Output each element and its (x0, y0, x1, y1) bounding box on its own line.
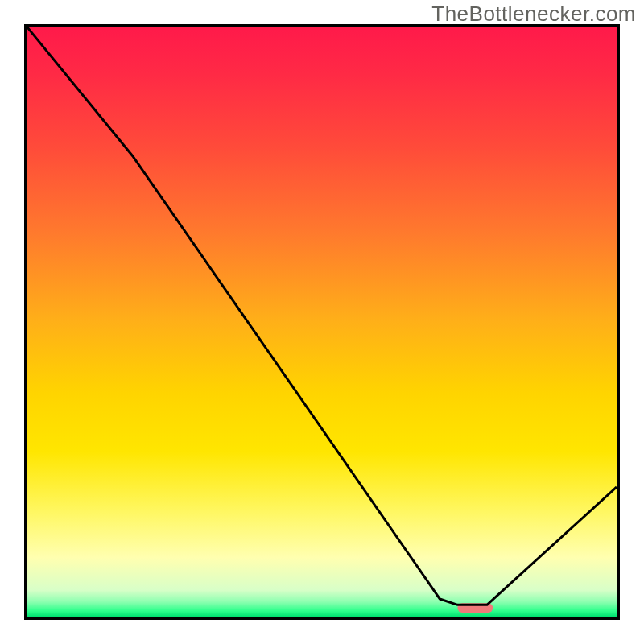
chart-background (27, 27, 617, 617)
chart-frame (24, 24, 620, 620)
chart-canvas (27, 27, 617, 617)
watermark-text: TheBottlenecker.com (431, 2, 636, 27)
